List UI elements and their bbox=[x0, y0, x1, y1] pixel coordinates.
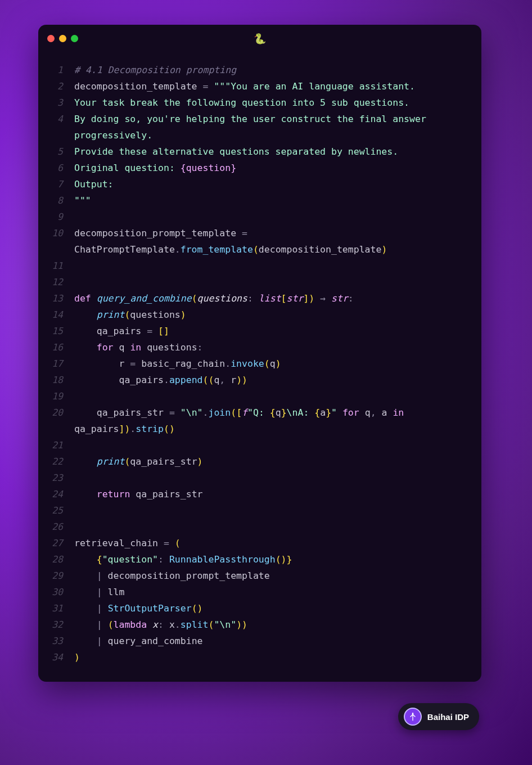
line-content bbox=[71, 470, 481, 486]
window-controls bbox=[47, 35, 78, 42]
line-number: 15 bbox=[38, 323, 71, 339]
line-number: 16 bbox=[38, 339, 71, 356]
line-content: | llm bbox=[71, 584, 481, 600]
line-content: progressively. bbox=[71, 127, 481, 143]
code-line: 3Your task break the following question … bbox=[38, 94, 481, 111]
line-content: Original question: {question} bbox=[71, 160, 481, 176]
line-content: By doing so, you're helping the user con… bbox=[71, 111, 481, 127]
code-line: 34) bbox=[38, 649, 481, 665]
code-line: 6Original question: {question} bbox=[38, 160, 481, 176]
line-content: | query_and_combine bbox=[71, 633, 481, 649]
line-content: """ bbox=[71, 192, 481, 209]
minimize-icon[interactable] bbox=[59, 35, 66, 42]
line-number: 29 bbox=[38, 568, 71, 584]
line-number: 11 bbox=[38, 258, 71, 274]
line-content: qa_pairs]).strip() bbox=[71, 421, 481, 437]
line-content: decomposition_prompt_template = bbox=[71, 225, 481, 241]
line-content bbox=[71, 519, 481, 535]
code-line: 13def query_and_combine(questions: list[… bbox=[38, 290, 481, 307]
line-number: 34 bbox=[38, 649, 71, 665]
line-number: 27 bbox=[38, 535, 71, 551]
code-line: qa_pairs]).strip() bbox=[38, 421, 481, 437]
line-content: Output: bbox=[71, 176, 481, 192]
python-icon: 🐍 bbox=[254, 33, 266, 44]
line-content: {"question": RunnablePassthrough()} bbox=[71, 551, 481, 568]
code-line: 25 bbox=[38, 502, 481, 519]
line-content: | decomposition_prompt_template bbox=[71, 568, 481, 584]
code-line: 14 print(questions) bbox=[38, 307, 481, 323]
line-content: qa_pairs_str = "\n".join([f"Q: {q}\nA: {… bbox=[71, 404, 481, 421]
svg-point-0 bbox=[412, 713, 413, 714]
line-content bbox=[71, 209, 481, 225]
line-number: 19 bbox=[38, 388, 71, 404]
line-number: 1 bbox=[38, 62, 71, 78]
line-content: for q in questions: bbox=[71, 339, 481, 356]
line-number: 14 bbox=[38, 307, 71, 323]
line-content: return qa_pairs_str bbox=[71, 486, 481, 502]
code-line: 23 bbox=[38, 470, 481, 486]
line-number: 21 bbox=[38, 437, 71, 453]
code-line: progressively. bbox=[38, 127, 481, 143]
line-number: 17 bbox=[38, 356, 71, 372]
code-line: 15 qa_pairs = [] bbox=[38, 323, 481, 339]
code-line: 33 | query_and_combine bbox=[38, 633, 481, 649]
maximize-icon[interactable] bbox=[71, 35, 78, 42]
code-line: ChatPromptTemplate.from_template(decompo… bbox=[38, 241, 481, 258]
code-line: 2decomposition_template = """You are an … bbox=[38, 78, 481, 94]
code-line: 18 qa_pairs.append((q, r)) bbox=[38, 372, 481, 388]
line-content bbox=[71, 388, 481, 404]
code-line: 9 bbox=[38, 209, 481, 225]
line-content bbox=[71, 437, 481, 453]
line-number: 5 bbox=[38, 143, 71, 160]
line-number: 2 bbox=[38, 78, 71, 94]
line-number: 32 bbox=[38, 616, 71, 633]
code-line: 11 bbox=[38, 258, 481, 274]
code-line: 29 | decomposition_prompt_template bbox=[38, 568, 481, 584]
code-window: 🐍 1# 4.1 Decomposition prompting2decompo… bbox=[38, 25, 481, 682]
line-number: 33 bbox=[38, 633, 71, 649]
code-line: 32 | (lambda x: x.split("\n")) bbox=[38, 616, 481, 633]
code-line: 28 {"question": RunnablePassthrough()} bbox=[38, 551, 481, 568]
line-number: 28 bbox=[38, 551, 71, 568]
line-content bbox=[71, 502, 481, 519]
line-content: retrieval_chain = ( bbox=[71, 535, 481, 551]
line-number: 7 bbox=[38, 176, 71, 192]
close-icon[interactable] bbox=[47, 35, 55, 42]
line-number: 18 bbox=[38, 372, 71, 388]
code-line: 7Output: bbox=[38, 176, 481, 192]
line-content: # 4.1 Decomposition prompting bbox=[71, 62, 481, 78]
line-number: 31 bbox=[38, 600, 71, 616]
code-line: 26 bbox=[38, 519, 481, 535]
titlebar: 🐍 bbox=[38, 25, 481, 52]
line-content: ) bbox=[71, 649, 481, 665]
line-content: decomposition_template = """You are an A… bbox=[71, 78, 481, 94]
line-content: | (lambda x: x.split("\n")) bbox=[71, 616, 481, 633]
line-content: r = basic_rag_chain.invoke(q) bbox=[71, 356, 481, 372]
line-number: 13 bbox=[38, 290, 71, 307]
line-number bbox=[38, 241, 71, 258]
line-number: 8 bbox=[38, 192, 71, 209]
code-line: 4By doing so, you're helping the user co… bbox=[38, 111, 481, 127]
line-content bbox=[71, 274, 481, 290]
line-number: 4 bbox=[38, 111, 71, 127]
line-number bbox=[38, 127, 71, 143]
code-line: 12 bbox=[38, 274, 481, 290]
code-line: 22 print(qa_pairs_str) bbox=[38, 453, 481, 470]
code-line: 24 return qa_pairs_str bbox=[38, 486, 481, 502]
line-number: 12 bbox=[38, 274, 71, 290]
line-content: print(questions) bbox=[71, 307, 481, 323]
code-line: 17 r = basic_rag_chain.invoke(q) bbox=[38, 356, 481, 372]
line-number: 22 bbox=[38, 453, 71, 470]
line-number: 26 bbox=[38, 519, 71, 535]
code-line: 1# 4.1 Decomposition prompting bbox=[38, 62, 481, 78]
line-number: 9 bbox=[38, 209, 71, 225]
badge-text: Baihai IDP bbox=[427, 712, 469, 722]
line-content: Provide these alternative questions sepa… bbox=[71, 143, 481, 160]
line-number bbox=[38, 421, 71, 437]
code-line: 21 bbox=[38, 437, 481, 453]
line-number: 6 bbox=[38, 160, 71, 176]
line-number: 25 bbox=[38, 502, 71, 519]
line-number: 24 bbox=[38, 486, 71, 502]
code-line: 10decomposition_prompt_template = bbox=[38, 225, 481, 241]
line-content: print(qa_pairs_str) bbox=[71, 453, 481, 470]
